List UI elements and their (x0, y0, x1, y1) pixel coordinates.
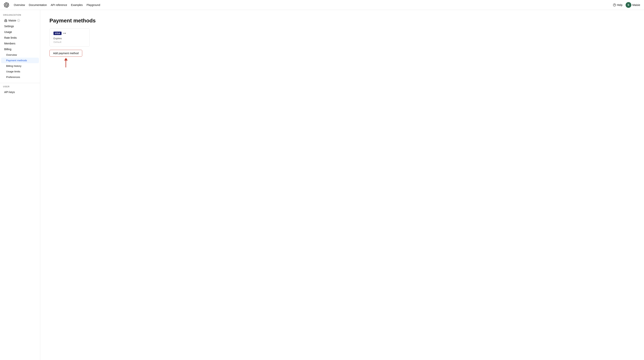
billing-label: Billing (4, 48, 11, 51)
arrow-line (66, 60, 66, 67)
info-icon[interactable]: i (17, 19, 20, 22)
card-dots: •• (64, 31, 66, 35)
org-section-label: ORGANIZATION (0, 14, 40, 18)
sidebar-item-settings[interactable]: Settings (1, 23, 39, 29)
nav-api-reference[interactable]: API reference (51, 3, 67, 6)
usage-limits-label: Usage limits (6, 70, 20, 73)
card-top: VISA •• (54, 31, 86, 35)
sidebar-item-api-keys[interactable]: API keys (1, 89, 39, 95)
billing-history-label: Billing history (6, 64, 22, 67)
building-icon (4, 19, 7, 22)
nav-examples[interactable]: Examples (71, 3, 82, 6)
sidebar-item-usage[interactable]: Usage (1, 29, 39, 35)
settings-label: Settings (4, 25, 14, 28)
help-circle-icon (613, 3, 616, 6)
nav-overview[interactable]: Overview (14, 3, 25, 6)
api-keys-label: API keys (4, 91, 15, 94)
preferences-label: Preferences (6, 76, 20, 78)
members-label: Members (4, 42, 15, 45)
nav-right: Help S Maisie (613, 2, 640, 8)
avatar: S (626, 2, 631, 8)
org-section: ORGANIZATION Maisie i Settings Usage Rat… (0, 14, 40, 80)
sidebar-divider (0, 83, 40, 83)
billing-overview-label: Overview (6, 53, 17, 56)
help-label: Help (617, 3, 622, 6)
sidebar: ORGANIZATION Maisie i Settings Usage Rat… (0, 10, 40, 360)
sidebar-item-org-name[interactable]: Maisie i (1, 18, 39, 23)
sidebar-item-members[interactable]: Members (1, 40, 39, 46)
top-nav: Overview Documentation API reference Exa… (0, 0, 644, 10)
sidebar-item-preferences[interactable]: Preferences (1, 74, 39, 80)
sidebar-item-billing-history[interactable]: Billing history (1, 63, 39, 69)
page-title: Payment methods (50, 18, 635, 24)
card-default-label: Default (54, 40, 86, 43)
user-section-label: USER (0, 85, 40, 89)
arrow-head (64, 58, 68, 60)
payment-methods-label: Payment methods (6, 59, 27, 62)
sidebar-item-billing-overview[interactable]: Overview (1, 52, 39, 58)
nav-links: Overview Documentation API reference Exa… (14, 3, 100, 6)
sidebar-item-rate-limits[interactable]: Rate limits (1, 35, 39, 40)
help-button[interactable]: Help (613, 3, 622, 6)
svg-point-0 (613, 4, 616, 6)
add-payment-label: Add payment method (53, 52, 78, 55)
sidebar-item-billing[interactable]: Billing (1, 46, 39, 52)
nav-playground[interactable]: Playground (87, 3, 100, 6)
logo-icon[interactable] (4, 2, 9, 8)
user-name: Maisie (632, 3, 640, 6)
rate-limits-label: Rate limits (4, 36, 17, 39)
user-section: USER API keys (0, 85, 40, 95)
user-menu[interactable]: S Maisie (626, 2, 640, 8)
sidebar-item-payment-methods[interactable]: Payment methods (1, 58, 39, 63)
card-expires-label: Expires (54, 37, 86, 40)
payment-card: VISA •• Expires Default (50, 28, 90, 47)
sidebar-item-usage-limits[interactable]: Usage limits (1, 69, 39, 74)
add-payment-wrapper: Add payment method (50, 50, 82, 57)
main-content: Payment methods VISA •• Expires Default … (40, 10, 644, 360)
add-payment-button[interactable]: Add payment method (50, 50, 82, 57)
layout: ORGANIZATION Maisie i Settings Usage Rat… (0, 10, 644, 360)
usage-label: Usage (4, 30, 12, 33)
org-name-label: Maisie (8, 19, 16, 22)
nav-documentation[interactable]: Documentation (29, 3, 47, 6)
svg-rect-2 (4, 20, 7, 22)
arrow-annotation (64, 58, 68, 67)
visa-badge: VISA (54, 31, 62, 35)
